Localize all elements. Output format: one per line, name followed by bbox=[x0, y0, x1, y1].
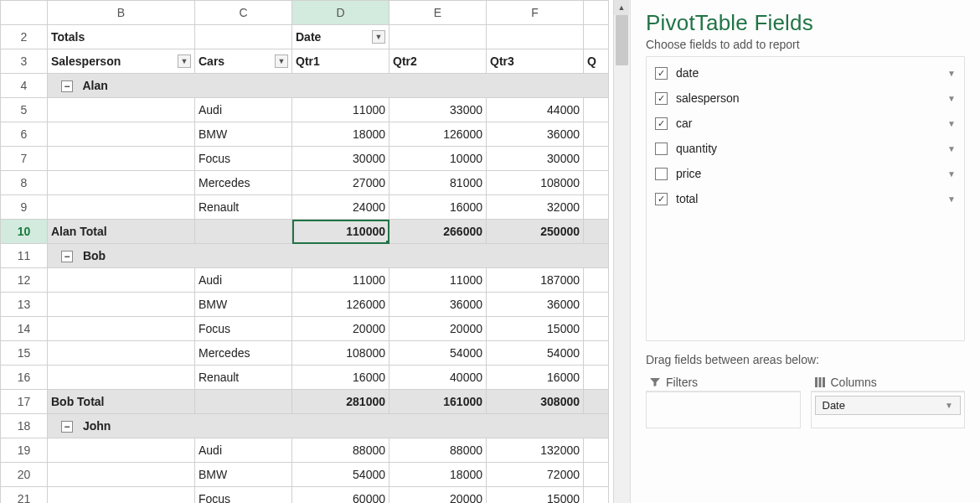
chevron-down-icon[interactable]: ▼ bbox=[947, 144, 956, 153]
cell[interactable]: 126000 bbox=[292, 293, 389, 317]
cell[interactable]: 54000 bbox=[487, 341, 584, 366]
row-header[interactable]: 12 bbox=[1, 268, 48, 293]
cell[interactable]: 40000 bbox=[389, 366, 487, 390]
filter-dropdown-cars[interactable]: ▼ bbox=[275, 54, 288, 68]
row-header[interactable]: 6 bbox=[1, 122, 48, 147]
checkbox-icon[interactable] bbox=[655, 143, 668, 155]
cell[interactable]: 161000 bbox=[389, 390, 487, 414]
active-cell[interactable]: 110000 bbox=[292, 220, 389, 244]
row-header[interactable]: 15 bbox=[1, 341, 48, 366]
cell[interactable]: Mercedes bbox=[195, 171, 292, 195]
cell[interactable]: 44000 bbox=[487, 98, 584, 122]
checkbox-icon[interactable]: ✓ bbox=[655, 193, 668, 205]
cell[interactable]: Bob Total bbox=[48, 390, 195, 414]
checkbox-icon[interactable]: ✓ bbox=[655, 92, 668, 105]
field-item-total[interactable]: ✓ total ▼ bbox=[647, 186, 964, 211]
cell[interactable] bbox=[48, 293, 195, 317]
cell[interactable]: Date ▼ bbox=[292, 25, 389, 49]
field-item-car[interactable]: ✓ car ▼ bbox=[647, 111, 964, 136]
cell[interactable]: 18000 bbox=[292, 122, 389, 147]
cell[interactable]: 16000 bbox=[487, 366, 584, 390]
cell[interactable]: 126000 bbox=[389, 122, 487, 147]
cell[interactable] bbox=[48, 122, 195, 147]
cell[interactable] bbox=[487, 25, 584, 49]
row-header[interactable]: 18 bbox=[1, 414, 48, 438]
cell[interactable]: Focus bbox=[195, 487, 292, 504]
cell[interactable] bbox=[584, 341, 609, 366]
cell[interactable]: 15000 bbox=[487, 317, 584, 341]
cell[interactable]: 24000 bbox=[292, 195, 389, 220]
chevron-down-icon[interactable]: ▼ bbox=[947, 119, 956, 128]
row-header[interactable]: 8 bbox=[1, 171, 48, 195]
col-header-D[interactable]: D bbox=[292, 1, 389, 25]
columns-chip-date[interactable]: Date ▼ bbox=[815, 396, 962, 415]
cell[interactable]: 18000 bbox=[389, 463, 487, 487]
scrollbar-track[interactable] bbox=[614, 15, 630, 488]
cell[interactable]: 11000 bbox=[292, 268, 389, 293]
row-header[interactable]: 3 bbox=[1, 49, 48, 74]
row-header[interactable]: 5 bbox=[1, 98, 48, 122]
cell[interactable] bbox=[584, 122, 609, 147]
checkbox-icon[interactable]: ✓ bbox=[655, 117, 668, 130]
row-header[interactable]: 2 bbox=[1, 25, 48, 49]
cell[interactable] bbox=[584, 268, 609, 293]
cell[interactable]: 30000 bbox=[487, 147, 584, 171]
chevron-down-icon[interactable]: ▼ bbox=[947, 194, 956, 204]
cell[interactable] bbox=[48, 195, 195, 220]
cell[interactable] bbox=[48, 98, 195, 122]
collapse-icon[interactable]: − bbox=[61, 80, 73, 92]
area-filters[interactable]: Filters bbox=[646, 373, 801, 428]
cell[interactable]: Q bbox=[584, 49, 609, 74]
cell[interactable] bbox=[584, 220, 609, 244]
cell[interactable]: Qtr3 bbox=[487, 49, 584, 74]
cell[interactable]: Focus bbox=[195, 147, 292, 171]
scroll-up-icon[interactable]: ▲ bbox=[614, 0, 629, 15]
cell[interactable]: 281000 bbox=[292, 390, 389, 414]
cell[interactable]: Renault bbox=[195, 195, 292, 220]
cell[interactable]: 88000 bbox=[389, 438, 487, 463]
cell[interactable] bbox=[48, 487, 195, 504]
cell[interactable] bbox=[389, 25, 487, 49]
row-header[interactable]: 19 bbox=[1, 438, 48, 463]
cell[interactable] bbox=[48, 268, 195, 293]
checkbox-icon[interactable] bbox=[655, 168, 668, 180]
cell[interactable] bbox=[195, 25, 292, 49]
cell[interactable] bbox=[584, 25, 609, 49]
cell[interactable]: Totals bbox=[48, 25, 195, 49]
cell[interactable] bbox=[48, 438, 195, 463]
cell[interactable]: Audi bbox=[195, 268, 292, 293]
cell[interactable] bbox=[584, 366, 609, 390]
spreadsheet-grid[interactable]: B C D E F 2 Totals Date ▼ bbox=[0, 0, 613, 503]
cell[interactable]: Focus bbox=[195, 317, 292, 341]
cell[interactable]: Alan Total bbox=[48, 220, 195, 244]
row-header[interactable]: 7 bbox=[1, 147, 48, 171]
cell[interactable]: 132000 bbox=[487, 438, 584, 463]
row-header[interactable]: 14 bbox=[1, 317, 48, 341]
cell[interactable]: 20000 bbox=[389, 487, 487, 504]
cell[interactable]: BMW bbox=[195, 463, 292, 487]
cell[interactable]: 250000 bbox=[487, 220, 584, 244]
field-item-date[interactable]: ✓ date ▼ bbox=[647, 60, 964, 86]
cell[interactable]: Qtr2 bbox=[389, 49, 487, 74]
cell[interactable] bbox=[584, 293, 609, 317]
cell[interactable]: 27000 bbox=[292, 171, 389, 195]
field-item-salesperson[interactable]: ✓ salesperson ▼ bbox=[647, 86, 964, 111]
cell[interactable]: 10000 bbox=[389, 147, 487, 171]
cell[interactable]: Cars ▼ bbox=[195, 49, 292, 74]
cell[interactable]: 108000 bbox=[292, 341, 389, 366]
row-header[interactable]: 9 bbox=[1, 195, 48, 220]
area-columns[interactable]: Columns Date ▼ bbox=[811, 373, 966, 428]
scrollbar-thumb[interactable] bbox=[616, 15, 628, 65]
cell[interactable] bbox=[48, 366, 195, 390]
cell[interactable] bbox=[584, 438, 609, 463]
row-header[interactable]: 20 bbox=[1, 463, 48, 487]
cell[interactable]: 16000 bbox=[389, 195, 487, 220]
filter-dropdown-salesperson[interactable]: ▼ bbox=[178, 54, 191, 68]
cell[interactable]: 20000 bbox=[389, 317, 487, 341]
group-header-alan[interactable]: − Alan bbox=[48, 74, 609, 98]
row-header[interactable]: 16 bbox=[1, 366, 48, 390]
area-columns-dropzone[interactable]: Date ▼ bbox=[811, 392, 966, 428]
chevron-down-icon[interactable]: ▼ bbox=[947, 69, 956, 78]
cell[interactable]: 81000 bbox=[389, 171, 487, 195]
cell[interactable]: 15000 bbox=[487, 487, 584, 504]
